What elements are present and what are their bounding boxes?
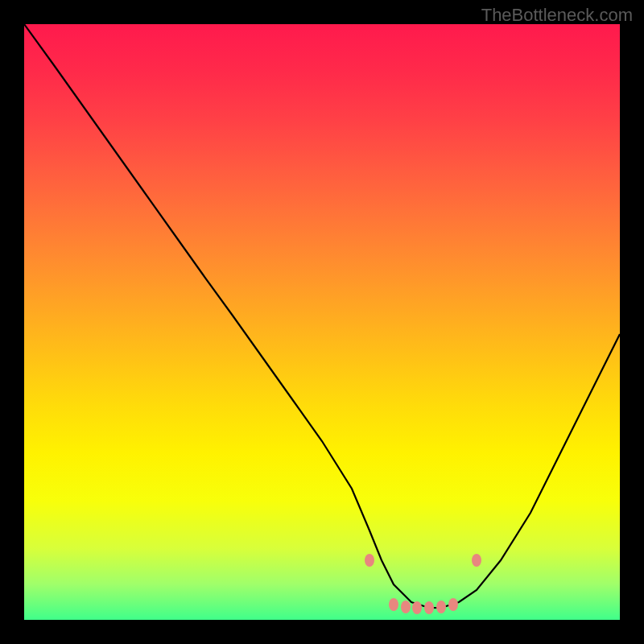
- watermark-text: TheBottleneck.com: [481, 5, 633, 26]
- chart-plot-area: [24, 24, 620, 620]
- bottleneck-curve: [24, 24, 620, 620]
- curve-path: [24, 24, 620, 608]
